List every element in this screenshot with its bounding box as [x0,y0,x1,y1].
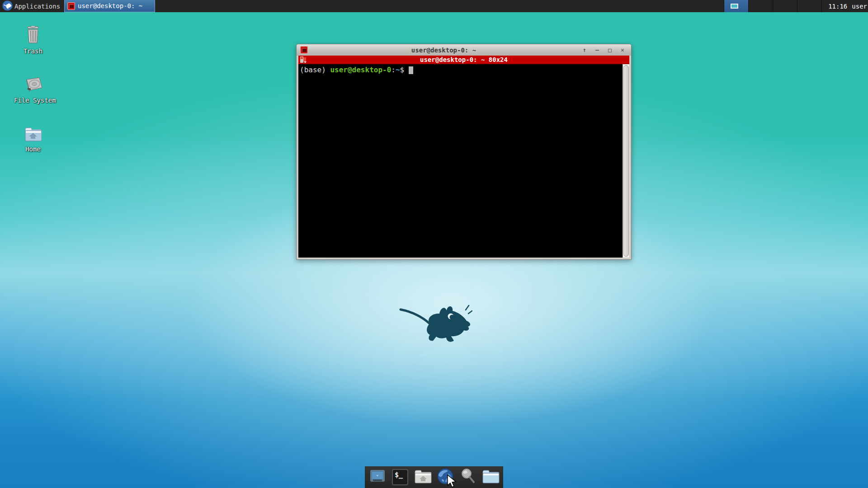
minimize-button[interactable]: – [592,44,602,56]
hard-disk-icon [23,76,43,95]
taskbar-window-title: user@desktop-0: ~ [78,2,142,9]
applications-menu-button[interactable] [0,0,14,12]
xfce-mouse-logo [399,300,472,345]
xterm-window-icon [300,46,308,54]
taskbar-window-button[interactable]: user@desktop-0: ~ [64,0,155,12]
xterm-taskbar-icon [67,2,75,10]
file-manager-icon [481,467,500,487]
text-cursor [409,66,413,74]
dock-show-desktop[interactable] [368,468,387,486]
panel-right-area: 11:16 user [724,0,868,12]
applications-menu-label[interactable]: Applications [14,3,60,10]
conda-env-prefix: (base) [300,66,330,74]
workspace-2[interactable] [749,0,773,12]
maximize-button[interactable]: □ [605,44,615,56]
shell-prompt: (base) user@desktop-0:~$ [300,66,623,74]
xterm-menu-icon[interactable] [300,56,307,63]
desktop-icon-label: Home [14,145,52,153]
dock-file-manager[interactable] [481,468,500,486]
shade-button[interactable]: ↑ [580,44,590,56]
window-titlebar[interactable]: user@desktop-0: ~ ↑ – □ ✕ [297,44,631,56]
desktop-icon-home[interactable]: Home [14,127,52,153]
terminal-screen[interactable]: (base) user@desktop-0:~$ [298,64,623,258]
mouse-pointer [447,474,457,488]
prompt-cwd: ~ [396,66,400,74]
window-title: user@desktop-0: ~ [311,47,577,54]
desktop-icon-file-system[interactable]: File System [14,76,52,104]
xterm-title-text: user@desktop-0: ~ 80x24 [298,56,629,63]
panel-username: user [852,3,867,10]
desktop-icon-label: Trash [14,47,52,55]
top-panel: Applications user@desktop-0: ~ 11:16 use… [0,0,868,12]
dock: $_ [365,466,503,488]
dock-home-folder[interactable] [414,468,432,486]
terminal-icon: $_ [392,469,408,485]
scrollbar-thumb[interactable] [623,65,629,257]
workspace-4[interactable] [797,0,822,12]
close-button[interactable]: ✕ [618,44,627,56]
workspace-window-thumbnail [731,4,738,9]
home-folder-icon [414,467,432,487]
prompt-user-host: user@desktop-0 [330,66,391,74]
desktop-icon-trash[interactable]: Trash [14,26,52,55]
terminal-scrollbar[interactable] [623,64,629,258]
dock-app-finder[interactable] [459,468,477,486]
home-folder-icon [24,127,42,144]
search-icon [459,467,477,487]
show-desktop-icon [368,467,387,487]
prompt-char: $ [400,66,409,74]
trash-icon [25,26,41,46]
workspace-3[interactable] [773,0,797,12]
dock-terminal[interactable]: $_ [391,468,409,486]
xterm-titlebar: user@desktop-0: ~ 80x24 [298,56,629,64]
terminal-body: user@desktop-0: ~ 80x24 (base) user@desk… [298,56,629,258]
panel-clock: 11:16 [828,3,847,10]
workspace-switcher [724,0,822,12]
prompt-colon: : [391,66,396,74]
terminal-window: user@desktop-0: ~ ↑ – □ ✕ user@desktop-0… [296,44,632,260]
desktop-icon-label: File System [14,97,52,104]
desktop-wallpaper: Trash File System Home [0,0,868,488]
workspace-1[interactable] [724,0,749,12]
xfce-logo-icon [2,0,13,12]
